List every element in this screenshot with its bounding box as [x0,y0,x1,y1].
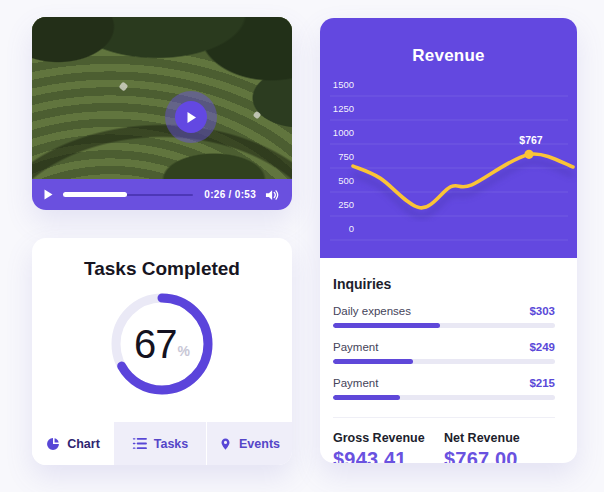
video-progress-fill [63,192,127,197]
pie-chart-icon [46,437,60,451]
inquiry-value: $215 [529,377,555,389]
map-pin-icon [219,437,232,451]
inquiry-row: Payment $215 [333,377,555,400]
gross-revenue-label: Gross Revenue [333,431,444,445]
tasks-completed-card: Tasks Completed 67 % Chart [32,238,292,465]
inquiry-label: Payment [333,341,378,353]
inquiry-progress-track [333,323,555,328]
video-progress-bar[interactable] [63,192,193,198]
tab-chart-label: Chart [67,437,100,451]
inquiry-progress-track [333,395,555,400]
video-thumbnail[interactable] [32,17,292,179]
y-axis-tick-label: 250 [338,199,354,210]
inquiry-progress-fill [333,323,440,328]
tasks-card-title: Tasks Completed [32,258,292,280]
inquiries-heading: Inquiries [333,276,555,292]
revenue-chart-panel: 1500125010007505002500$767 Revenue [320,18,577,258]
tab-tasks-label: Tasks [154,437,189,451]
tab-tasks[interactable]: Tasks [114,422,206,465]
tab-chart[interactable]: Chart [32,422,114,465]
tab-events-label: Events [239,437,280,451]
revenue-line-shadow [353,162,573,216]
inquiry-value: $303 [529,305,555,317]
revenue-card-body: Inquiries Daily expenses $303 Payment $2… [320,258,577,463]
play-button[interactable] [175,101,207,133]
volume-icon [265,189,280,201]
inquiry-row: Payment $249 [333,341,555,364]
highlight-point[interactable] [524,150,533,159]
tasks-percent-value: 67 [134,322,177,367]
y-axis-tick-label: 500 [338,175,354,186]
video-object-speck [253,111,261,119]
play-icon [185,111,197,124]
revenue-summary: Gross Revenue $943.41 Net Revenue $767.0… [333,431,555,463]
video-controls-bar: 0:26 / 0:53 [32,179,292,210]
play-icon[interactable] [44,189,53,200]
video-object-speck [119,82,129,92]
inquiry-progress-fill [333,395,400,400]
ordered-list-icon [132,437,147,450]
inquiry-value: $249 [529,341,555,353]
y-axis-tick-label: 1500 [333,79,354,90]
play-button-halo [165,91,217,143]
video-player-card: 0:26 / 0:53 [32,17,292,210]
tab-events[interactable]: Events [206,422,292,465]
tasks-progress-ring: 67 % [110,292,214,396]
inquiry-progress-fill [333,359,413,364]
video-time: 0:26 / 0:53 [204,189,256,200]
inquiry-row: Daily expenses $303 [333,305,555,328]
volume-button[interactable] [265,189,280,201]
gross-revenue-value: $943.41 [333,448,444,463]
tasks-tabbar: Chart Tasks Events [32,422,292,465]
y-axis-tick-label: 1250 [333,103,354,114]
revenue-card: 1500125010007505002500$767 Revenue Inqui… [320,18,577,463]
inquiry-label: Daily expenses [333,305,411,317]
tasks-percent-symbol: % [178,343,190,359]
y-axis-tick-label: 0 [349,223,354,234]
y-axis-tick-label: 750 [338,151,354,162]
y-axis-tick-label: 1000 [333,127,354,138]
inquiry-progress-track [333,359,555,364]
net-revenue-value: $767.00 [444,448,555,463]
revenue-title: Revenue [320,46,577,66]
highlight-label: $767 [519,134,543,146]
inquiry-label: Payment [333,377,378,389]
net-revenue-label: Net Revenue [444,431,555,445]
summary-divider [333,417,555,418]
